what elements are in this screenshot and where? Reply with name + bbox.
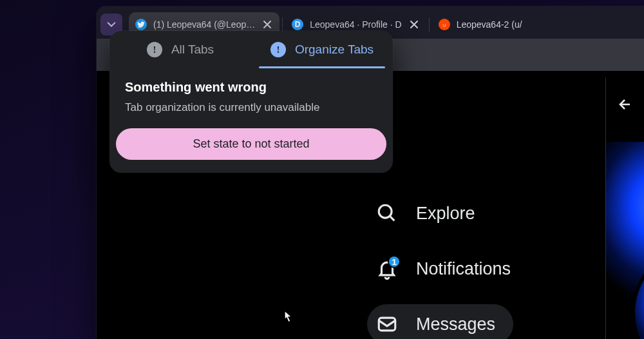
tab-reddit[interactable]: Leopeva64-2 (u/ xyxy=(432,12,529,37)
svg-point-0 xyxy=(440,21,448,28)
info-icon: ! xyxy=(270,42,286,57)
reddit-icon xyxy=(439,19,450,30)
search-icon xyxy=(376,202,398,224)
close-icon xyxy=(263,21,271,28)
disqus-icon: D xyxy=(292,19,303,30)
popup-tab-label: All Tabs xyxy=(171,43,214,57)
bell-icon: 1 xyxy=(376,258,398,280)
back-button[interactable] xyxy=(618,90,633,119)
svg-line-4 xyxy=(390,216,394,220)
reset-state-button[interactable]: Set state to not started xyxy=(116,128,386,160)
tab-label: Leopeva64-2 (u/ xyxy=(457,19,522,30)
nav-label: Messages xyxy=(416,315,495,334)
nav-notifications[interactable]: 1 Notifications xyxy=(367,249,529,289)
info-icon: ! xyxy=(147,42,162,57)
organize-tabs-popup: ! All Tabs ! Organize Tabs Something wen… xyxy=(109,31,393,173)
tab-separator xyxy=(282,17,283,32)
arrow-left-icon xyxy=(618,97,633,112)
profile-column: Leo 3,637 xyxy=(605,77,644,339)
notification-badge: 1 xyxy=(388,255,401,268)
svg-point-1 xyxy=(442,24,443,25)
popup-tab-bar: ! All Tabs ! Organize Tabs xyxy=(109,31,393,68)
nav-messages[interactable]: Messages xyxy=(367,304,513,339)
nav-label: Notifications xyxy=(416,259,511,279)
button-label: Set state to not started xyxy=(193,137,309,150)
tab-separator xyxy=(429,17,430,32)
popup-tab-organize[interactable]: ! Organize Tabs xyxy=(251,31,393,68)
nav-list: Explore 1 Notifications Messages xyxy=(367,193,529,339)
profile-header: Leo 3,637 xyxy=(606,77,644,133)
desktop: (1) Leopeva64 (@Leop… D Leopeva64 · Prof… xyxy=(0,0,644,339)
svg-rect-5 xyxy=(379,318,395,331)
nav-explore[interactable]: Explore xyxy=(367,193,493,233)
popup-body: Something went wrong Tab organization is… xyxy=(109,68,393,128)
svg-point-2 xyxy=(445,24,446,25)
tab-close-button[interactable] xyxy=(261,19,273,30)
twitter-icon xyxy=(135,19,147,30)
nav-label: Explore xyxy=(416,204,475,224)
envelope-icon xyxy=(376,313,398,335)
popup-tab-label: Organize Tabs xyxy=(295,43,374,57)
popup-tab-all[interactable]: ! All Tabs xyxy=(109,31,251,68)
svg-point-3 xyxy=(379,205,392,218)
chevron-down-icon xyxy=(107,20,116,29)
error-title: Something went wrong xyxy=(125,80,377,95)
error-message: Tab organization is currently unavailabl… xyxy=(125,101,377,114)
close-icon xyxy=(410,21,418,28)
tab-label: (1) Leopeva64 (@Leop… xyxy=(153,19,255,30)
cursor-pointer-icon xyxy=(280,309,294,326)
tab-label: Leopeva64 · Profile · D xyxy=(310,19,401,30)
tab-close-button[interactable] xyxy=(408,19,420,30)
